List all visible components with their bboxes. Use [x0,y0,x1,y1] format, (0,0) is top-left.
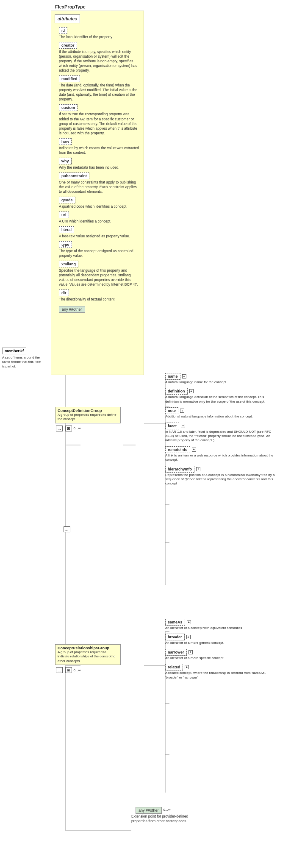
mid-seq-box: ... [64,526,70,532]
prop-uri: uri A URI which identifies a concept. [55,210,140,224]
prop-dir: dir The directionality of textual conten… [55,288,140,302]
broader-expand-icon[interactable]: + [186,635,191,639]
seq-box-rel-1: ... [56,667,63,673]
prop-uri-box[interactable]: uri [59,211,69,218]
prop-pubconstraint: pubconstraint One or many constraints th… [55,171,140,194]
prop-literal-box[interactable]: literal [59,226,74,233]
prop-creator: creator If the attribute is empty, speci… [55,41,140,73]
right-item-broader: broader + An identifier of a more generi… [165,634,284,645]
attributes-area: attributes id The local identifier of th… [51,11,144,375]
prop-creator-box[interactable]: creator [59,42,77,49]
remoteinfo-box[interactable]: remoteInfo [165,446,190,453]
prop-literal: literal A free-text value assigned as pr… [55,225,140,239]
prop-modified-box[interactable]: modified [59,75,80,82]
prop-id-box[interactable]: id [59,27,67,34]
prop-xmllang-box[interactable]: xmllang [59,261,78,267]
attributes-box: attributes [55,14,80,23]
prop-how: how Indicates by which means the value w… [55,137,140,155]
seq-box-rel-2: ⊞ [65,667,72,673]
prop-modified: modified The date (and, optionally, the … [55,74,140,102]
name-expand-icon[interactable]: + [182,374,186,378]
mult-label-def: 0...∞ [74,426,81,430]
bottom-any-container: any ##other 0...∞ [131,805,199,814]
hierarchyinfo-box[interactable]: hierarchyInfo [165,466,194,473]
narrower-box[interactable]: narrower [165,649,187,656]
prop-xmllang-desc: Specifies the language of this property … [59,268,140,287]
h-conn-mid: ... [63,526,71,533]
right-item-facet: facet + In NAR 1.8 and later, facet is d… [165,423,284,443]
concept-rel-connectors: ... ⊞ 0...∞ [55,666,80,674]
definition-box[interactable]: definition [165,388,188,395]
seq-box-1: ... [56,426,63,431]
right-item-narrower: narrower + An identifier of a more speci… [165,649,284,660]
bottom-any-desc: Extension point for provider-defined pro… [131,814,199,823]
prop-creator-desc: If the attribute is empty, specifies whi… [59,50,140,73]
any-other-box[interactable]: any ##other [59,306,85,313]
right-item-hierarchyinfo: hierarchyInfo + Represents the position … [165,466,284,486]
prop-custom-box[interactable]: custom [59,104,78,111]
name-box[interactable]: name [165,373,180,380]
right-item-related: related + A related concept, where the r… [165,664,284,680]
concept-relationships-group-desc: A group of properties required to indica… [58,650,118,663]
bottom-any-box[interactable]: any ##other [136,807,162,814]
prop-why-box[interactable]: why [59,158,72,164]
prop-why-desc: Why the metadata has been included. [59,165,140,170]
prop-dir-desc: The directionality of textual content. [59,297,140,302]
prop-how-desc: Indicates by which means the value was e… [59,146,140,155]
prop-pubconstraint-desc: One or many constraints that apply to pu… [59,180,140,194]
right-item-sameas: sameAs + An identifier of a concept with… [165,619,284,630]
broader-box[interactable]: broader [165,634,185,640]
member-of-desc: A set of Items around the same theme tha… [2,356,44,369]
sameas-expand-icon[interactable]: + [187,620,191,624]
concept-definition-group-title[interactable]: ConceptDefinitionGroup [58,409,118,413]
remoteinfo-expand-icon[interactable]: + [192,448,196,452]
prop-custom-desc: If set to true the corresponding propert… [59,112,140,135]
prop-literal-desc: A free-text value assigned as property v… [59,234,140,239]
related-box[interactable]: related [165,664,183,670]
mult-label-rel: 0...∞ [74,668,81,672]
any-other-container: any ##other [55,304,140,313]
definition-expand-icon[interactable]: + [189,389,194,393]
seq-box-2: ⊞ [65,426,72,431]
related-expand-icon[interactable]: + [185,665,189,669]
right-item-note: note + Additional natural language infor… [165,407,284,419]
prop-qcode-desc: A qualified code which identifies a conc… [59,204,140,209]
bottom-any-mult: 0...∞ [164,808,171,812]
prop-how-box[interactable]: how [59,138,72,145]
right-item-name: name + A natural language name for the c… [165,373,284,384]
bottom-any-section: any ##other 0...∞ Extension point for pr… [131,805,199,825]
definition-desc: A natural language definition of the sem… [165,395,275,404]
prop-type-desc: The type of the concept assigned as cont… [59,249,140,258]
member-of-box[interactable]: memberOf [2,348,26,354]
prop-custom: custom If set to true the corresponding … [55,103,140,135]
facet-expand-icon[interactable]: + [181,424,185,428]
concept-definition-section: ConceptDefinitionGroup A group of proper… [55,407,121,432]
prop-uri-desc: A URI which identifies a concept. [59,219,140,224]
prop-qcode: qcode A qualified code which identifies … [55,195,140,209]
hierarchyinfo-expand-icon[interactable]: + [196,467,200,471]
main-container: FlexPropType [0,0,291,868]
concept-relationships-section: ConceptRelationshipsGroup A group of pro… [55,644,121,674]
narrower-expand-icon[interactable]: + [188,650,193,654]
facet-desc: In NAR 1.8 and later, facet is deprecate… [165,430,275,443]
note-box[interactable]: note [165,407,178,414]
concept-relationships-group-title[interactable]: ConceptRelationshipsGroup [58,646,118,650]
right-item-definition: definition + A natural language definiti… [165,388,284,404]
sameas-box[interactable]: sameAs [165,619,185,626]
attributes-label: attributes [58,17,77,21]
right-items-rel: sameAs + An identifier of a concept with… [165,619,284,683]
right-items-def: name + A natural language name for the c… [165,373,284,490]
note-expand-icon[interactable]: + [180,409,184,413]
prop-pubconstraint-box[interactable]: pubconstraint [59,172,89,179]
prop-dir-box[interactable]: dir [59,289,69,296]
prop-type-box[interactable]: type [59,241,72,248]
broader-desc: An identifier of a more generic concept. [165,641,275,645]
note-desc: Additional natural language information … [165,415,275,419]
hierarchyinfo-desc: Represents the position of a concept in … [165,473,275,486]
prop-type: type The type of the concept assigned as… [55,240,140,258]
facet-box[interactable]: facet [165,423,179,429]
prop-modified-desc: The date (and, optionally, the time) whe… [59,83,140,102]
concept-definition-group-box: ConceptDefinitionGroup A group of proper… [55,407,121,423]
prop-qcode-box[interactable]: qcode [59,197,75,203]
page-title: FlexPropType [55,4,287,9]
